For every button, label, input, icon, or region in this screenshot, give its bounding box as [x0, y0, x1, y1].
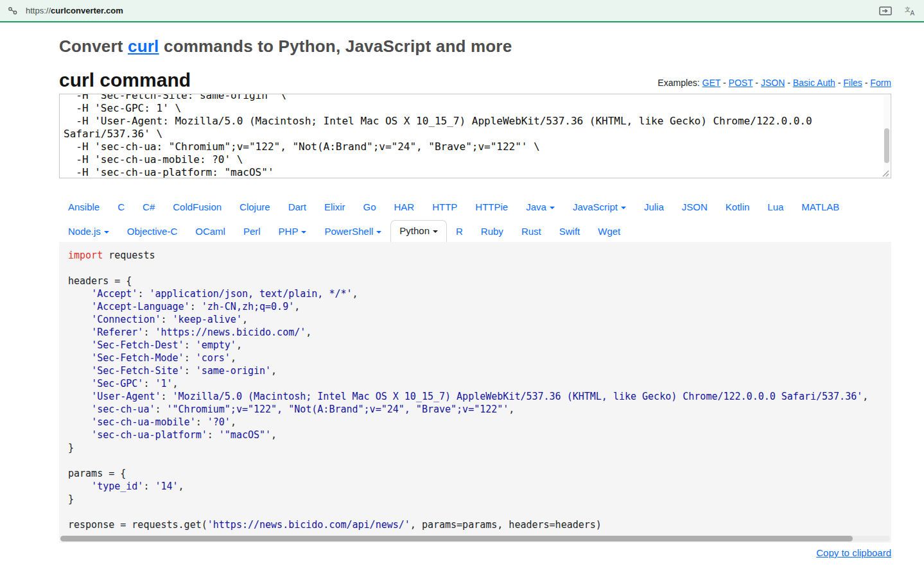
tab-rust[interactable]: Rust — [512, 221, 550, 242]
code-line: 'Sec-Fetch-Dest': 'empty', — [68, 339, 891, 352]
code-line: 'User-Agent': 'Mozilla/5.0 (Macintosh; I… — [68, 390, 891, 403]
code-block: import requests headers = { 'Accept': 'a… — [59, 242, 891, 531]
tabs-row-1: AnsibleCC#ColdFusionClojureDartElixirGoH… — [59, 196, 891, 217]
tab-coldfusion[interactable]: ColdFusion — [164, 196, 231, 217]
tab-json[interactable]: JSON — [673, 196, 717, 217]
chevron-down-icon — [550, 207, 555, 209]
code-line: 'sec-ch-ua': '"Chromium";v="122", "Not(A… — [68, 403, 891, 416]
code-line: 'Connection': 'keep-alive', — [68, 313, 891, 326]
tab-c[interactable]: C — [109, 196, 134, 217]
resize-handle-icon[interactable] — [882, 170, 889, 177]
example-link-post[interactable]: POST — [729, 78, 753, 88]
tab-clojure[interactable]: Clojure — [231, 196, 279, 217]
curl-command-heading: curl command — [59, 69, 191, 91]
curl-textarea-content: -H 'Sec-Fetch-Site: same-origin' \ -H 'S… — [60, 94, 891, 178]
translate-icon[interactable]: 文 A — [905, 6, 916, 16]
toolbar-actions: 文 A — [879, 6, 916, 16]
copy-to-clipboard-link[interactable]: Copy to clipboard — [816, 547, 891, 558]
tab-ruby[interactable]: Ruby — [472, 221, 512, 242]
code-line: 'Sec-Fetch-Mode': 'cors', — [68, 352, 891, 364]
tab-java[interactable]: Java — [517, 196, 564, 217]
chevron-down-icon — [376, 231, 381, 234]
svg-text:A: A — [911, 10, 915, 16]
code-line — [68, 506, 891, 518]
new-window-icon[interactable] — [879, 6, 892, 16]
session-icon[interactable] — [8, 6, 18, 16]
curl-input-textarea[interactable]: -H 'Sec-Fetch-Site: same-origin' \ -H 'S… — [59, 94, 891, 178]
code-line: 'Sec-Fetch-Site': 'same-origin', — [68, 364, 891, 377]
tab-http[interactable]: HTTP — [423, 196, 466, 217]
tab-javascript[interactable]: JavaScript — [564, 196, 635, 217]
page-title-prefix: Convert — [59, 37, 128, 56]
example-link-json[interactable]: JSON — [761, 78, 785, 88]
tabs-row-2: Node.jsObjective-COCamlPerlPHPPowerShell… — [59, 220, 891, 242]
chevron-down-icon — [301, 231, 306, 234]
tab-ocaml[interactable]: OCaml — [186, 221, 234, 242]
tab-julia[interactable]: Julia — [635, 196, 673, 217]
tab-r[interactable]: R — [447, 221, 472, 242]
code-line: 'Accept-Language': 'zh-CN,zh;q=0.9', — [68, 300, 891, 313]
tab-dart[interactable]: Dart — [279, 196, 315, 217]
code-line — [68, 454, 891, 467]
code-line: 'sec-ch-ua-mobile': '?0', — [68, 416, 891, 429]
example-link-form[interactable]: Form — [870, 78, 891, 88]
browser-toolbar: https://curlconverter.com 文 A — [0, 0, 924, 22]
tab-perl[interactable]: Perl — [234, 221, 270, 242]
code-line — [68, 262, 891, 275]
vertical-scrollbar-thumb[interactable] — [884, 128, 889, 163]
example-link-basic-auth[interactable]: Basic Auth — [793, 78, 835, 88]
language-tabs: AnsibleCC#ColdFusionClojureDartElixirGoH… — [59, 196, 891, 242]
chevron-down-icon — [104, 231, 109, 234]
code-line: 'sec-ch-ua-platform': '"macOS"', — [68, 429, 891, 441]
tab-go[interactable]: Go — [354, 196, 385, 217]
code-line: 'type_id': '14', — [68, 480, 891, 493]
code-line: params = { — [68, 467, 891, 480]
horizontal-scrollbar[interactable] — [60, 536, 890, 541]
code-line: } — [68, 441, 891, 454]
code-line: 'Sec-GPC': '1', — [68, 377, 891, 390]
tab-lua[interactable]: Lua — [758, 196, 792, 217]
code-line: import requests — [68, 249, 891, 262]
chevron-down-icon — [433, 230, 438, 233]
example-link-files[interactable]: Files — [843, 78, 862, 88]
tab-wget[interactable]: Wget — [589, 221, 629, 242]
code-output: import requests headers = { 'Accept': 'a… — [59, 242, 891, 543]
vertical-scrollbar[interactable] — [884, 95, 890, 177]
code-line: headers = { — [68, 275, 891, 287]
code-line: } — [68, 493, 891, 506]
code-line: 'Accept': 'application/json, text/plain,… — [68, 287, 891, 300]
tab-php[interactable]: PHP — [270, 221, 316, 242]
curl-link[interactable]: curl — [128, 37, 159, 56]
horizontal-scrollbar-thumb[interactable] — [60, 536, 853, 541]
examples-links: GET - POST - JSON - Basic Auth - Files -… — [702, 78, 891, 88]
code-line: 'Referer': 'https://news.bicido.com/', — [68, 326, 891, 339]
tab-powershell[interactable]: PowerShell — [315, 221, 390, 242]
tab-node-js[interactable]: Node.js — [59, 221, 118, 242]
page-title-suffix: commands to Python, JavaScript and more — [159, 37, 512, 56]
tab-swift[interactable]: Swift — [550, 221, 589, 242]
code-line: response = requests.get('https://news.bi… — [68, 518, 891, 531]
tab-matlab[interactable]: MATLAB — [792, 196, 848, 217]
example-link-get[interactable]: GET — [702, 78, 721, 88]
tab-python[interactable]: Python — [390, 220, 447, 242]
tab-objective-c[interactable]: Objective-C — [118, 221, 186, 242]
url-bar[interactable]: https://curlconverter.com — [26, 6, 123, 15]
tab-c[interactable]: C# — [134, 196, 164, 217]
tab-httpie[interactable]: HTTPie — [466, 196, 517, 217]
page-title: Convert curl commands to Python, JavaScr… — [59, 37, 891, 56]
url-domain: curlconverter.com — [51, 6, 123, 15]
tab-har[interactable]: HAR — [385, 196, 424, 217]
tab-ansible[interactable]: Ansible — [59, 196, 109, 217]
examples: Examples: GET - POST - JSON - Basic Auth… — [658, 78, 891, 91]
chevron-down-icon — [621, 207, 626, 209]
examples-label: Examples: — [658, 78, 702, 88]
tab-elixir[interactable]: Elixir — [315, 196, 354, 217]
tab-kotlin[interactable]: Kotlin — [717, 196, 759, 217]
url-scheme: https:// — [26, 6, 51, 15]
